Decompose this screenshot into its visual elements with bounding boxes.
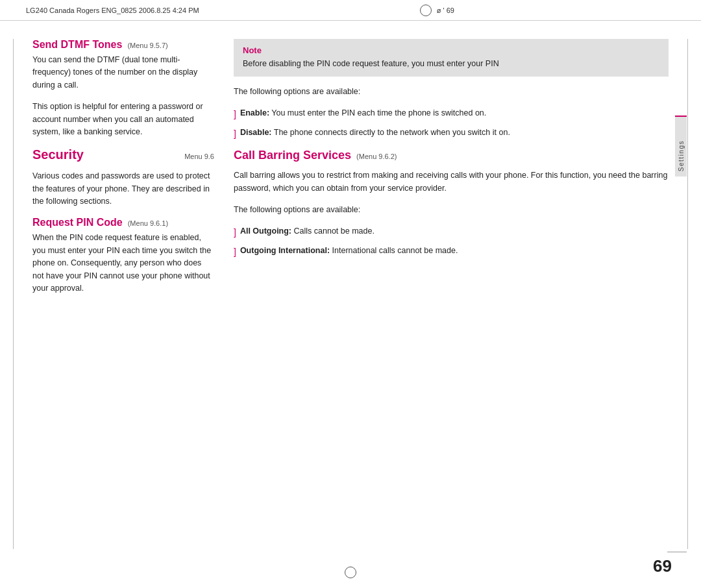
all-outgoing-term: All Outgoing: — [240, 227, 291, 236]
note-title: Note — [243, 45, 659, 55]
send-dtmf-section: Send DTMF Tones (Menu 9.5.7) You can sen… — [32, 39, 214, 138]
bottom-registration-mark — [345, 567, 356, 578]
right-column: Note Before disabling the PIN code reque… — [234, 32, 669, 549]
header-symbol: ø ' 69 — [437, 6, 454, 14]
bottom-divider — [667, 552, 687, 552]
options-intro: The following options are available: — [234, 86, 669, 98]
call-barring-options-list: ] All Outgoing: Calls cannot be made. ] … — [234, 225, 669, 259]
outgoing-intl-term: Outgoing International: — [240, 246, 330, 255]
disable-option-text: Disable: The phone connects directly to … — [240, 127, 510, 139]
note-body: Before disabling the PIN code request fe… — [243, 58, 659, 70]
left-column: Send DTMF Tones (Menu 9.5.7) You can sen… — [32, 32, 214, 549]
security-section: Security Menu 9.6 Various codes and pass… — [32, 147, 214, 208]
security-menu-ref: Menu 9.6 — [184, 153, 214, 160]
send-dtmf-body2: This option is helpful for entering a pa… — [32, 101, 214, 138]
side-line-right — [687, 39, 688, 549]
outgoing-intl-desc: International calls cannot be made. — [332, 246, 458, 255]
page-number: 69 — [653, 556, 672, 576]
request-pin-title: Request PIN Code — [32, 217, 123, 228]
header-left-text: LG240 Canada Rogers ENG_0825 2006.8.25 4… — [26, 6, 199, 14]
list-item: ] Outgoing International: International … — [234, 245, 669, 259]
request-pin-section: Request PIN Code (Menu 9.6.1) When the P… — [32, 217, 214, 295]
disable-term: Disable: — [240, 128, 272, 137]
security-title: Security — [32, 147, 84, 162]
header-circle — [420, 5, 432, 16]
pin-options-list: ] Enable: You must enter the PIN each ti… — [234, 107, 669, 141]
list-item: ] Disable: The phone connects directly t… — [234, 127, 669, 141]
send-dtmf-title-row: Send DTMF Tones (Menu 9.5.7) — [32, 39, 214, 51]
request-pin-body: When the PIN code request feature is ena… — [32, 232, 214, 295]
call-barring-options-intro: The following options are available: — [234, 204, 669, 216]
all-outgoing-text: All Outgoing: Calls cannot be made. — [240, 225, 375, 238]
call-barring-body1: Call barring allows you to restrict from… — [234, 169, 669, 195]
enable-term: Enable: — [240, 108, 269, 117]
enable-desc: You must enter the PIN each time the pho… — [271, 108, 486, 117]
security-body: Various codes and passwords are used to … — [32, 170, 214, 208]
send-dtmf-menu-ref: (Menu 9.5.7) — [127, 42, 167, 49]
page-frame: LG240 Canada Rogers ENG_0825 2006.8.25 4… — [0, 0, 701, 588]
all-outgoing-desc: Calls cannot be made. — [294, 227, 375, 236]
header-bar: LG240 Canada Rogers ENG_0825 2006.8.25 4… — [0, 0, 701, 21]
enable-option-text: Enable: You must enter the PIN each time… — [240, 107, 486, 119]
bullet-icon: ] — [234, 245, 236, 259]
disable-desc: The phone connects directly to the netwo… — [274, 128, 510, 137]
call-barring-title: Call Barring Services — [234, 149, 351, 162]
bullet-icon: ] — [234, 127, 236, 141]
bullet-icon: ] — [234, 226, 236, 239]
call-barring-title-row: Call Barring Services (Menu 9.6.2) — [234, 149, 669, 166]
request-pin-title-row: Request PIN Code (Menu 9.6.1) — [32, 217, 214, 228]
request-pin-menu-ref: (Menu 9.6.1) — [128, 219, 168, 227]
call-barring-menu-ref: (Menu 9.6.2) — [356, 153, 397, 160]
header-center: ø ' 69 — [420, 5, 454, 16]
note-box: Note Before disabling the PIN code reque… — [234, 39, 669, 77]
list-item: ] Enable: You must enter the PIN each ti… — [234, 107, 669, 121]
settings-tab: Settings — [675, 117, 687, 177]
main-content: Send DTMF Tones (Menu 9.5.7) You can sen… — [32, 32, 669, 549]
bullet-icon: ] — [234, 108, 236, 121]
send-dtmf-title: Send DTMF Tones — [32, 39, 122, 51]
outgoing-intl-text: Outgoing International: International ca… — [240, 245, 458, 257]
settings-tab-text: Settings — [678, 140, 685, 171]
call-barring-section: Call Barring Services (Menu 9.6.2) Call … — [234, 149, 669, 259]
list-item: ] All Outgoing: Calls cannot be made. — [234, 225, 669, 239]
send-dtmf-body1: You can send the DTMF (dual tone multi-f… — [32, 54, 214, 92]
security-header-row: Security Menu 9.6 — [32, 147, 214, 166]
side-line-left — [13, 39, 14, 549]
